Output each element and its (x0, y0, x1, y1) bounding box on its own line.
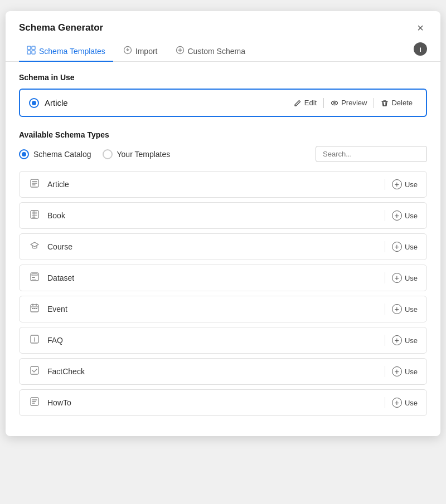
custom-schema-icon (176, 46, 185, 56)
item-right: + Use (385, 397, 418, 408)
use-button[interactable]: + Use (392, 211, 418, 221)
delete-icon (381, 99, 389, 107)
available-schema-section: Available Schema Types Schema Catalog Yo… (19, 130, 427, 416)
tabs-bar: Schema Templates Import Custom Schema i (6, 35, 440, 62)
list-item: FactCheck + Use (19, 358, 427, 385)
import-icon (123, 46, 132, 56)
svg-rect-13 (32, 277, 35, 278)
item-left: Article (28, 178, 69, 190)
close-button[interactable]: × (414, 21, 427, 35)
item-left: FactCheck (28, 365, 85, 378)
use-button[interactable]: + Use (392, 273, 418, 283)
item-right: + Use (385, 179, 418, 190)
use-button[interactable]: + Use (392, 398, 418, 408)
event-icon (28, 303, 41, 315)
edit-button[interactable]: Edit (289, 96, 321, 109)
item-right: + Use (385, 272, 418, 283)
catalog-radio (19, 149, 29, 159)
use-divider (385, 210, 385, 221)
item-name: Book (47, 211, 65, 220)
tab-custom-schema[interactable]: Custom Schema (168, 41, 253, 62)
svg-point-6 (332, 101, 338, 105)
item-name: Event (47, 305, 67, 314)
preview-button[interactable]: Preview (326, 96, 371, 109)
plus-icon: + (392, 335, 402, 345)
svg-rect-0 (27, 46, 31, 50)
use-divider (385, 179, 385, 190)
modal-header: Schema Generator × (6, 11, 440, 35)
book-icon (28, 209, 41, 222)
plus-icon: + (392, 211, 402, 221)
item-right: + Use (385, 366, 418, 377)
item-right: + Use (385, 210, 418, 221)
info-button[interactable]: i (414, 42, 427, 56)
templates-label: Your Templates (117, 150, 171, 159)
tab-custom-schema-label: Custom Schema (188, 47, 245, 56)
list-item: Event + Use (19, 296, 427, 322)
item-left: HowTo (28, 397, 71, 409)
item-name: FAQ (47, 336, 63, 345)
list-item: FAQ + Use (19, 327, 427, 354)
catalog-label: Schema Catalog (33, 150, 91, 159)
schema-in-use-card: Article Edit Preview (19, 89, 427, 117)
plus-icon: + (392, 398, 402, 408)
item-right: + Use (385, 335, 418, 346)
item-left: FAQ (28, 334, 63, 346)
list-item: Course + Use (19, 233, 427, 260)
filter-catalog[interactable]: Schema Catalog (19, 149, 91, 159)
schema-in-use-title: Schema in Use (19, 73, 427, 82)
svg-rect-18 (36, 308, 37, 309)
svg-rect-1 (32, 46, 35, 50)
schema-in-use-left: Article (29, 98, 68, 108)
use-divider (385, 272, 385, 283)
schema-in-use-name: Article (45, 98, 68, 107)
article-icon (28, 178, 41, 190)
modal-content: Schema in Use Article Edit (6, 62, 440, 436)
available-schema-title: Available Schema Types (19, 130, 427, 139)
tab-schema-templates-label: Schema Templates (39, 47, 105, 56)
item-left: Event (28, 303, 67, 315)
use-divider (385, 241, 385, 252)
course-icon (28, 241, 41, 253)
tab-import[interactable]: Import (115, 41, 166, 62)
modal-title: Schema Generator (19, 22, 103, 33)
use-button[interactable]: + Use (392, 242, 418, 252)
plus-icon: + (392, 273, 402, 283)
delete-button[interactable]: Delete (376, 96, 417, 109)
filter-templates[interactable]: Your Templates (103, 149, 171, 159)
use-button[interactable]: + Use (392, 335, 418, 345)
schema-generator-modal: Schema Generator × Schema Templates (6, 11, 440, 436)
item-name: HowTo (47, 398, 71, 407)
item-name: Dataset (47, 273, 74, 282)
list-item: Dataset + Use (19, 265, 427, 291)
svg-rect-2 (27, 51, 31, 54)
factcheck-icon (28, 365, 41, 378)
templates-radio (103, 149, 113, 159)
item-name: Course (47, 242, 72, 251)
list-item: Book + Use (19, 202, 427, 229)
faq-icon (28, 334, 41, 346)
svg-rect-3 (32, 51, 35, 54)
use-button[interactable]: + Use (392, 304, 418, 314)
edit-icon (294, 99, 302, 107)
search-input[interactable] (316, 146, 427, 162)
plus-icon: + (392, 366, 402, 376)
svg-rect-17 (34, 308, 36, 309)
schema-list: Article + Use (19, 171, 427, 416)
use-divider (385, 304, 385, 315)
schema-in-use-actions: Edit Preview Delete (289, 96, 417, 109)
item-left: Book (28, 209, 65, 222)
tab-schema-templates[interactable]: Schema Templates (19, 41, 113, 62)
tab-import-label: Import (135, 47, 158, 56)
schema-in-use-radio (29, 98, 39, 108)
item-right: + Use (385, 241, 418, 252)
svg-point-7 (334, 102, 336, 104)
use-button[interactable]: + Use (392, 179, 418, 189)
use-button[interactable]: + Use (392, 366, 418, 376)
svg-rect-14 (32, 279, 36, 280)
plus-icon: + (392, 242, 402, 252)
use-divider (385, 335, 385, 346)
item-left: Course (28, 241, 72, 253)
svg-rect-21 (31, 366, 38, 374)
list-item: Article + Use (19, 171, 427, 198)
